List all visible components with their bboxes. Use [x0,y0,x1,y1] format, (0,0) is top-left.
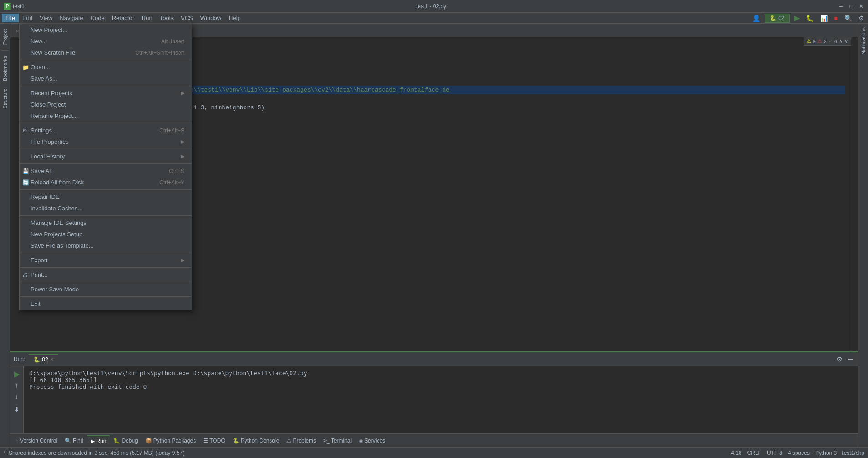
menu-file-properties[interactable]: File Properties ▶ [20,136,192,148]
find-icon: 🔍 [65,438,71,444]
separator-5 [20,163,192,164]
toolbar-tab-terminal[interactable]: >_ Terminal [320,436,355,446]
run-label: Run: [14,356,25,362]
app-title: test1 [13,3,25,10]
collapse-icon[interactable]: ∨ [844,38,848,44]
menu-rename-project[interactable]: Rename Project... [20,110,192,122]
toolbar-tab-problems[interactable]: ⚠ Problems [283,436,320,446]
run-tab-close[interactable]: ✕ [50,357,54,362]
expand-icon[interactable]: ∧ [839,38,842,44]
gutter-info-bar: ⚠ 9 ⚠ 2 ✓ 6 ∧ ∨ [804,37,851,46]
status-bar-right: 4:16 CRLF UTF-8 4 spaces Python 3 test1/… [731,450,864,456]
run-config-selector[interactable]: 🐍 02 [765,14,789,23]
python-console-icon: 🐍 [233,438,240,444]
menu-item-run[interactable]: Run [138,14,156,22]
toolbar-tab-find[interactable]: 🔍 Find [61,436,87,446]
menu-print[interactable]: 🖨 Print... [20,269,192,280]
status-message: Shared indexes are downloaded in 3 sec, … [9,450,184,456]
services-icon: ◈ [359,438,363,444]
menu-local-history[interactable]: Local History ▶ [20,151,192,162]
debug-button[interactable]: 🐛 [804,14,816,23]
menu-settings[interactable]: ⚙ Settings... Ctrl+Alt+S [20,125,192,136]
run-minimize-icon[interactable]: ─ [846,355,854,364]
menu-item-code[interactable]: Code [87,14,108,22]
menu-invalidate[interactable]: Invalidate Caches... [20,203,192,214]
toolbar-tab-python-packages[interactable]: 📦 Python Packages [142,436,199,446]
toolbar-tab-python-console[interactable]: 🐍 Python Console [229,436,283,446]
menu-item-edit[interactable]: Edit [19,14,36,22]
coverage-button[interactable]: 📊 [818,14,830,23]
submenu-arrow-lh: ▶ [181,153,184,159]
run-button[interactable]: ▶ [792,13,802,23]
menu-item-help[interactable]: Help [225,14,245,22]
stop-button[interactable]: ■ [832,14,840,23]
toolbar-tab-version-control[interactable]: ⑂ Version Control [12,436,61,446]
structure-panel-tab[interactable]: Structure [1,85,9,112]
menu-save-all[interactable]: 💾 Save All Ctrl+S [20,165,192,177]
menu-item-view[interactable]: View [36,14,56,22]
run-settings-icon[interactable]: ⚙ [835,355,844,364]
menu-export[interactable]: Export ▶ [20,254,192,266]
search-icon[interactable]: 🔍 [842,14,854,23]
menu-new[interactable]: New... Alt+Insert [20,36,192,47]
toolbar-tab-todo[interactable]: ☰ TODO [199,436,229,446]
encoding[interactable]: UTF-8 [767,450,782,456]
toolbar-tab-services[interactable]: ◈ Services [355,436,389,446]
menu-recent-projects[interactable]: Recent Projects ▶ [20,87,192,99]
menu-reload[interactable]: 🔄 Reload All from Disk Ctrl+Alt+Y [20,177,192,188]
window-controls: ─ □ ✕ [838,3,864,10]
menu-item-window[interactable]: Window [197,14,225,22]
run-content: ▶ ↑ ↓ ⬇ D:\space\python\test1\venv\Scrip… [10,366,858,433]
separator-7 [20,215,192,216]
indent-setting[interactable]: 4 spaces [788,450,810,456]
menu-new-scratch[interactable]: New Scratch File Ctrl+Alt+Shift+Insert [20,47,192,58]
notifications-tab[interactable]: Notifications [859,24,868,58]
menu-exit[interactable]: Exit [20,298,192,310]
line-ending[interactable]: CRLF [747,450,761,456]
close-button[interactable]: ✕ [858,3,864,10]
notifications-sidebar: Notifications [858,24,868,458]
run-tab-02[interactable]: 🐍 02 ✕ [29,354,58,365]
menu-save-as[interactable]: Save As... [20,73,192,84]
menu-item-file[interactable]: File [2,14,19,22]
menu-repair[interactable]: Repair IDE [20,191,192,203]
language-label[interactable]: Python 3 [815,450,837,456]
status-bar: ⑂ Shared indexes are downloaded in 3 sec… [0,447,868,458]
run-play-button[interactable]: ▶ [14,370,20,378]
toolbar-tab-debug[interactable]: 🐛 Debug [110,436,141,446]
separator-4 [20,149,192,149]
run-scroll-up[interactable]: ↑ [15,382,18,389]
menu-open[interactable]: 📁 Open... [20,61,192,73]
user-icon[interactable]: 👤 [751,14,762,23]
version-control-icon: ⑂ [15,438,19,444]
menu-item-tools[interactable]: Tools [156,14,177,22]
menu-bar-right: 👤 🐍 02 ▶ 🐛 📊 ■ 🔍 ⚙ [751,13,866,23]
separator-2 [20,86,192,86]
terminal-icon: >_ [323,438,330,444]
cursor-position[interactable]: 4:16 [731,450,741,456]
menu-bar: File Edit View Navigate Code Refactor Ru… [0,13,868,24]
menu-item-navigate[interactable]: Navigate [56,14,87,22]
menu-item-vcs[interactable]: VCS [177,14,197,22]
minimize-button[interactable]: ─ [838,3,844,10]
run-scroll-down[interactable]: ↓ [15,393,18,400]
separator-3 [20,123,192,123]
menu-item-refactor[interactable]: Refactor [108,14,138,22]
maximize-button[interactable]: □ [848,3,854,10]
menu-new-project[interactable]: New Project... [20,24,192,36]
settings-icon[interactable]: ⚙ [857,14,866,23]
bookmarks-panel-tab[interactable]: Bookmarks [1,52,9,85]
run-scroll-to-end[interactable]: ⬇ [14,406,20,413]
separator-8 [20,253,192,253]
toolbar-tab-run[interactable]: ▶ Run [87,435,110,446]
menu-power-save[interactable]: Power Save Mode [20,284,192,295]
bottom-toolbar: ⑂ Version Control 🔍 Find ▶ Run 🐛 Debug 📦… [10,433,858,447]
menu-save-template[interactable]: Save File as Template... [20,240,192,251]
branch-label[interactable]: test1/chp [842,450,864,456]
project-panel-tab[interactable]: Project [1,25,9,48]
menu-close-project[interactable]: Close Project [20,99,192,110]
menu-manage-ide[interactable]: Manage IDE Settings [20,217,192,229]
menu-new-projects-setup[interactable]: New Projects Setup [20,229,192,240]
submenu-arrow: ▶ [181,90,184,96]
run-command-line: D:\space\python\test1\venv\Scripts\pytho… [29,370,853,377]
